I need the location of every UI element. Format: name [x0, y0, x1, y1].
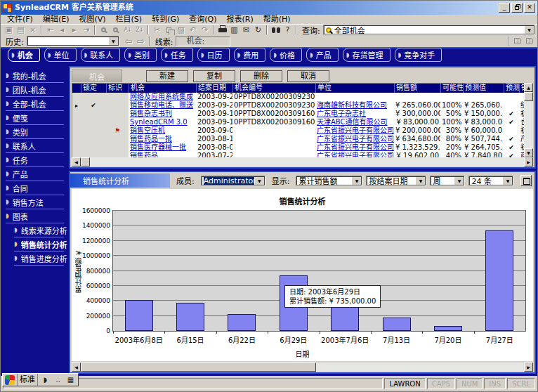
sidebar-item[interactable]: ◗类别: [6, 125, 64, 139]
scroll-down-button[interactable]: ▼: [524, 148, 533, 157]
period-dropdown-button[interactable]: ▼: [454, 176, 464, 185]
cell-unit[interactable]: 天津ABC通信有限公司: [315, 118, 394, 126]
cell-subject-text[interactable]: 销售移动电话、赠送: [130, 101, 193, 109]
cell-subject-text[interactable]: 销售医疗器械一批: [130, 143, 186, 151]
cell-subject[interactable]: 销售杂志书刊: [129, 110, 196, 118]
scroll-right-button[interactable]: ▶: [524, 362, 533, 372]
sidebar-item[interactable]: ◗销售统计分析: [14, 237, 64, 251]
maximize-chart-button[interactable]: [520, 175, 532, 186]
column-header[interactable]: 结案日期: [196, 84, 232, 93]
new-record-button[interactable]: ▣: [3, 25, 15, 35]
menu-item[interactable]: 栏目(S): [111, 15, 147, 24]
cell-subject[interactable]: 销售药品: [129, 152, 196, 157]
action-button[interactable]: 取消: [287, 70, 329, 82]
display-dropdown-button[interactable]: ▼: [351, 176, 362, 185]
cell-subject[interactable]: 销售空压机: [129, 126, 196, 135]
bar[interactable]: [176, 303, 204, 331]
sidebar-item[interactable]: ◗产品: [6, 167, 64, 181]
sidebar-item[interactable]: ◗任务: [6, 153, 64, 167]
tab-item[interactable]: ◗存货管理: [343, 48, 391, 62]
table-row[interactable]: 销售医疗器械一批2003-08-01广东省振兴电子有限公司¥ 1,323,529…: [72, 143, 524, 152]
table-row[interactable]: 销售药品一批2003-08-11广东省振兴电子有限公司¥ 634,680.008…: [72, 135, 524, 143]
sort-descending-button[interactable]: Z↓: [133, 25, 145, 35]
undo-button[interactable]: ↶: [187, 25, 199, 35]
paste-button[interactable]: ▨: [175, 25, 187, 35]
restore-button[interactable]: [511, 3, 523, 13]
refresh-button[interactable]: ↻: [252, 25, 264, 35]
bar[interactable]: [125, 300, 153, 331]
prev-record-button[interactable]: ◂: [56, 25, 68, 35]
bar[interactable]: [485, 230, 513, 331]
next-record-button[interactable]: ▸: [68, 25, 80, 35]
tab-item[interactable]: ◗费用: [234, 48, 266, 62]
column-header[interactable]: 标识: [106, 84, 129, 93]
copy-button[interactable]: [163, 25, 175, 35]
cell-unit[interactable]: 广东省振兴电子有限公司: [315, 126, 394, 135]
count-dropdown-button[interactable]: ▼: [502, 176, 513, 185]
forward-button[interactable]: ⇨: [135, 37, 147, 46]
query-dropdown-button[interactable]: ▼: [524, 25, 534, 34]
member-combobox[interactable]: Administrator ▼: [201, 176, 265, 186]
minimize-button[interactable]: _: [499, 3, 510, 13]
first-record-button[interactable]: ⇤: [44, 25, 56, 35]
cell-unit[interactable]: 广东电子杂志社: [315, 110, 394, 118]
sidebar-item[interactable]: ◗销售进度分析: [14, 251, 64, 266]
column-header[interactable]: 单位: [315, 84, 394, 93]
horizontal-scroll-thumb[interactable]: [81, 362, 316, 372]
menu-item[interactable]: 帮助(H): [258, 15, 296, 24]
column-header[interactable]: 预测: [504, 84, 519, 93]
sidebar-item[interactable]: ◗便笺: [6, 111, 64, 125]
cell-subject[interactable]: SynleadCRM 3.0: [129, 118, 196, 126]
table-vertical-scrollbar[interactable]: ▲ ▼: [524, 83, 533, 157]
column-header[interactable]: 机会: [129, 84, 196, 93]
tab-item[interactable]: ◗任务: [161, 48, 193, 62]
print-button[interactable]: [216, 25, 228, 35]
sidebar-item[interactable]: ◗团队-机会: [6, 83, 64, 97]
context-help-button[interactable]: ?: [282, 25, 294, 35]
column-header[interactable]: 锁定: [81, 84, 106, 93]
scroll-up-button[interactable]: ▲: [524, 83, 533, 92]
sort-ascending-button[interactable]: A↓: [122, 25, 133, 35]
chart-horizontal-scrollbar[interactable]: ◀ ▶: [72, 362, 533, 372]
cell-subject[interactable]: 销售医疗器械一批: [129, 143, 196, 152]
scroll-left-button[interactable]: ◀: [72, 157, 81, 166]
menu-item[interactable]: 报表(R): [222, 15, 258, 24]
cell-subject-text[interactable]: 销售药品: [130, 152, 158, 157]
cell-subject-text[interactable]: 销售药品一批: [130, 135, 172, 143]
cell-unit-text[interactable]: 广东省振兴电子有限公司: [317, 126, 394, 134]
delete-record-button[interactable]: ×: [27, 25, 39, 35]
history-dropdown-button[interactable]: ▼: [108, 37, 119, 46]
column-header[interactable]: 可能性: [440, 84, 463, 93]
zoom-search-button[interactable]: [98, 25, 110, 35]
action-button[interactable]: 新建: [146, 70, 188, 82]
column-header[interactable]: [72, 84, 81, 93]
menu-item[interactable]: 编辑(E): [38, 15, 74, 24]
redo-button[interactable]: ↷: [199, 25, 211, 35]
find-button[interactable]: [270, 25, 282, 35]
table-row[interactable]: SynleadCRM 3.02003-09-160PPTD8X002003091…: [72, 118, 524, 126]
cell-unit[interactable]: 广东省振兴电子有限公司: [315, 135, 394, 143]
address-book-icon[interactable]: [523, 37, 535, 46]
ime-fullhalf-moon-icon[interactable]: ◗: [40, 374, 51, 385]
column-header[interactable]: 销售额: [394, 84, 440, 93]
bar[interactable]: [383, 318, 411, 331]
tab-item[interactable]: ◗类别: [124, 48, 157, 62]
cell-unit[interactable]: 海南雄新科技有限公司: [315, 101, 394, 110]
count-combobox[interactable]: 24 条 ▼: [468, 176, 513, 186]
cell-subject[interactable]: 销售移动电话、赠送: [129, 101, 196, 110]
tab-item[interactable]: ◗竞争对手: [395, 48, 442, 62]
filter-search-button[interactable]: [110, 25, 122, 35]
group-by-combobox[interactable]: 按结案日期 ▼: [366, 176, 426, 186]
book-icon[interactable]: [511, 37, 523, 46]
period-combobox[interactable]: 周 ▼: [430, 176, 465, 186]
ime-punctuation-icon[interactable]: ‥: [53, 374, 63, 385]
menu-item[interactable]: 转到(G): [147, 15, 184, 24]
close-button[interactable]: ✕: [524, 3, 535, 13]
ime-logo-icon[interactable]: [5, 375, 15, 385]
tab-item[interactable]: ◗日历: [197, 48, 230, 62]
tab-item[interactable]: ◗联系人: [81, 48, 121, 62]
table-row[interactable]: 网络及应用系统集成2003-09-230PPTD8X0020030923001: [72, 93, 524, 101]
menu-item[interactable]: 查询(Q): [184, 15, 221, 24]
member-dropdown-button[interactable]: ▼: [254, 176, 265, 185]
cell-unit[interactable]: 广东省振兴电子有限公司: [315, 152, 394, 157]
